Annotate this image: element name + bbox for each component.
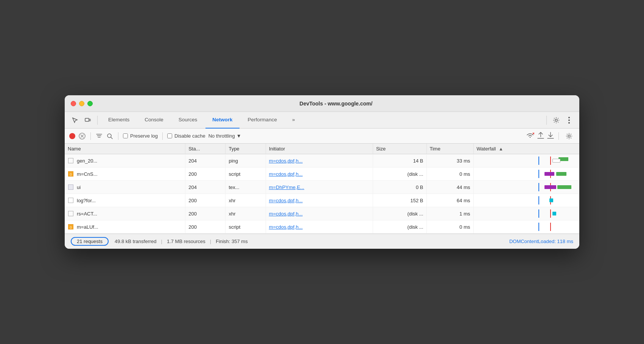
table-row[interactable]: ui 204 tex... m=DhPYme,E... 0 B 44 ms <box>65 181 579 194</box>
disable-cache-label[interactable]: Disable cache <box>167 133 205 139</box>
td-waterfall <box>473 181 579 194</box>
td-size: (disk ... <box>373 167 426 181</box>
settings-icon[interactable] <box>551 115 562 126</box>
td-name: rs=ACT... <box>65 207 185 220</box>
resources-stat: 1.7 MB resources <box>167 239 205 244</box>
traffic-lights <box>71 101 93 106</box>
text-icon <box>68 184 74 190</box>
svg-rect-1 <box>89 119 90 121</box>
th-type[interactable]: Type <box>226 144 266 154</box>
search-icon[interactable] <box>106 132 114 140</box>
net-divider-3 <box>162 132 163 140</box>
td-time: 1 ms <box>426 207 473 220</box>
table-row[interactable]: log?for... 200 xhr m=cdos,dpf,h... 152 B… <box>65 194 579 207</box>
td-status: 200 <box>185 207 226 220</box>
network-settings-icon[interactable] <box>563 130 575 142</box>
td-name: {}m=CnS... <box>65 167 185 181</box>
th-size[interactable]: Size <box>373 144 426 154</box>
net-divider-1 <box>90 132 91 140</box>
td-name: gen_20... <box>65 154 185 167</box>
th-initiator[interactable]: Initiator <box>266 144 373 154</box>
tab-sources[interactable]: Sources <box>172 112 204 129</box>
script-icon: {} <box>68 224 74 230</box>
titlebar: DevTools - www.google.com/ <box>65 95 579 112</box>
net-divider-2 <box>118 132 118 140</box>
toolbar-right <box>544 115 575 126</box>
tab-performance[interactable]: Performance <box>241 112 284 129</box>
dom-content-loaded-stat: DOMContentLoaded: 118 ms <box>509 239 573 244</box>
svg-point-2 <box>555 119 557 121</box>
script-icon: {} <box>68 171 74 177</box>
clear-button[interactable] <box>78 132 86 140</box>
device-toggle-icon[interactable] <box>82 115 93 126</box>
td-initiator[interactable]: m=cdos,dpf,h... <box>266 154 373 167</box>
close-button[interactable] <box>71 101 76 106</box>
tab-bar: Elements Console Sources Network Perform… <box>65 112 579 129</box>
tab-more[interactable]: » <box>285 112 302 129</box>
network-toolbar-right <box>526 130 575 142</box>
devtools-window: DevTools - www.google.com/ Elements Cons… <box>65 95 579 249</box>
th-waterfall[interactable]: Waterfall ▲ <box>473 144 579 154</box>
more-options-icon[interactable] <box>563 115 575 126</box>
th-status[interactable]: Sta... <box>185 144 226 154</box>
table-row[interactable]: {}m=aLUf... 200 script m=cdos,dpf,h... (… <box>65 220 579 234</box>
svg-point-5 <box>568 122 570 124</box>
td-size: 0 B <box>373 181 426 194</box>
svg-rect-0 <box>85 118 89 121</box>
td-name: {}m=aLUf... <box>65 220 185 234</box>
network-table-container: Name Sta... Type Initiator Size <box>65 144 579 234</box>
td-initiator[interactable]: m=DhPYme,E... <box>266 181 373 194</box>
record-button[interactable] <box>69 133 75 139</box>
td-type: script <box>226 220 266 234</box>
td-initiator[interactable]: m=cdos,dpf,h... <box>266 207 373 220</box>
preserve-log-label[interactable]: Preserve log <box>123 133 158 139</box>
td-status: 200 <box>185 220 226 234</box>
td-waterfall <box>473 167 579 181</box>
network-table: Name Sta... Type Initiator Size <box>65 144 579 234</box>
svg-point-3 <box>568 117 570 118</box>
td-type: ping <box>226 154 266 167</box>
upload-icon[interactable] <box>537 132 544 141</box>
td-initiator[interactable]: m=cdos,dpf,h... <box>266 194 373 207</box>
chevron-down-icon: ▼ <box>236 133 241 139</box>
td-type: xhr <box>226 207 266 220</box>
td-size: 152 B <box>373 194 426 207</box>
inspect-icon[interactable] <box>69 115 81 126</box>
requests-count: 21 requests <box>71 237 109 246</box>
td-name: log?for... <box>65 194 185 207</box>
td-status: 200 <box>185 167 226 181</box>
filter-icon[interactable] <box>95 132 103 140</box>
table-row[interactable]: rs=ACT... 200 xhr m=cdos,dpf,h... (disk … <box>65 207 579 220</box>
tab-elements[interactable]: Elements <box>101 112 136 129</box>
table-header-row: Name Sta... Type Initiator Size <box>65 144 579 154</box>
preserve-log-checkbox[interactable] <box>123 133 128 138</box>
td-waterfall <box>473 207 579 220</box>
ping-icon <box>68 158 74 164</box>
net-divider-4 <box>558 132 559 140</box>
td-time: 0 ms <box>426 220 473 234</box>
table-row[interactable]: {}m=CnS... 200 script m=cdos,dpf,h... (d… <box>65 167 579 181</box>
th-time[interactable]: Time <box>426 144 473 154</box>
table-row[interactable]: gen_20... 204 ping m=cdos,dpf,h... 14 B … <box>65 154 579 167</box>
status-bar: 21 requests 49.8 kB transferred | 1.7 MB… <box>65 234 579 249</box>
td-waterfall <box>473 220 579 234</box>
minimize-button[interactable] <box>79 101 84 106</box>
th-name[interactable]: Name <box>65 144 185 154</box>
toolbar-divider-1 <box>97 116 98 125</box>
td-initiator[interactable]: m=cdos,dpf,h... <box>266 167 373 181</box>
td-initiator[interactable]: m=cdos,dpf,h... <box>266 220 373 234</box>
wifi-icon <box>526 132 534 140</box>
td-size: (disk ... <box>373 207 426 220</box>
td-time: 33 ms <box>426 154 473 167</box>
download-icon[interactable] <box>547 132 554 141</box>
finish-stat: Finish: 357 ms <box>216 239 248 244</box>
tab-console[interactable]: Console <box>138 112 170 129</box>
td-status: 204 <box>185 181 226 194</box>
throttle-select[interactable]: No throttling ▼ <box>208 133 241 139</box>
td-waterfall <box>473 154 579 167</box>
tab-network[interactable]: Network <box>205 112 239 129</box>
td-type: tex... <box>226 181 266 194</box>
maximize-button[interactable] <box>87 101 93 106</box>
ping-icon <box>68 211 74 217</box>
disable-cache-checkbox[interactable] <box>167 133 172 138</box>
